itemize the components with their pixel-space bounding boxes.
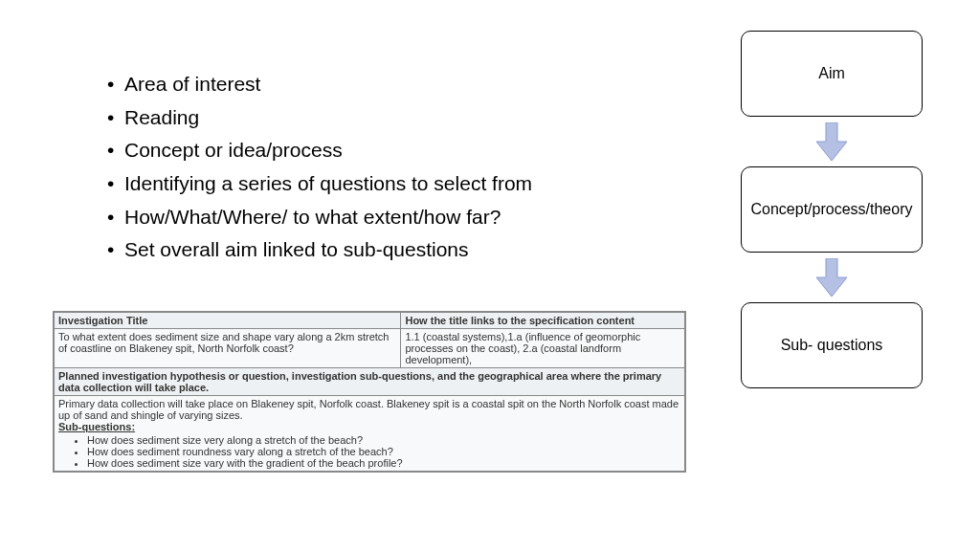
flow-box-aim: Aim — [741, 31, 923, 117]
arrow-down-icon — [816, 258, 847, 297]
bullet-list: Area of interest Reading Concept or idea… — [86, 68, 532, 267]
bullet-item: Concept or idea/process — [124, 134, 532, 167]
table-cell: 1.1 (coastal systems),1.a (influence of … — [401, 329, 685, 368]
bullet-item: How/What/Where/ to what extent/how far? — [124, 201, 532, 234]
flow-box-concept: Concept/process/theory — [741, 166, 923, 253]
table-header: Investigation Title — [55, 313, 401, 329]
subquestion-item: How does sediment roundness vary along a… — [87, 446, 680, 457]
subquestions-label: Sub-questions: — [58, 421, 135, 432]
bullet-item: Identifying a series of questions to sel… — [124, 167, 532, 201]
table-header: How the title links to the specification… — [401, 313, 685, 329]
subquestion-item: How does sediment size very along a stre… — [87, 434, 680, 446]
table-text: Primary data collection will take place … — [58, 398, 679, 421]
flow-box-subquestions: Sub- questions — [741, 302, 923, 388]
bullet-item: Set overall aim linked to sub-questions — [124, 233, 532, 267]
table-header: Planned investigation hypothesis or ques… — [55, 368, 685, 396]
subquestion-item: How does sediment size vary with the gra… — [87, 457, 680, 469]
bullet-item: Area of interest — [124, 68, 532, 101]
bullet-item: Reading — [124, 101, 532, 135]
table-cell: Primary data collection will take place … — [55, 396, 685, 472]
flow-diagram: Aim Concept/process/theory Sub- question… — [736, 31, 927, 388]
table-cell: To what extent does sediment size and sh… — [55, 329, 401, 368]
arrow-down-icon — [816, 122, 847, 161]
investigation-table: Investigation Title How the title links … — [53, 311, 686, 473]
